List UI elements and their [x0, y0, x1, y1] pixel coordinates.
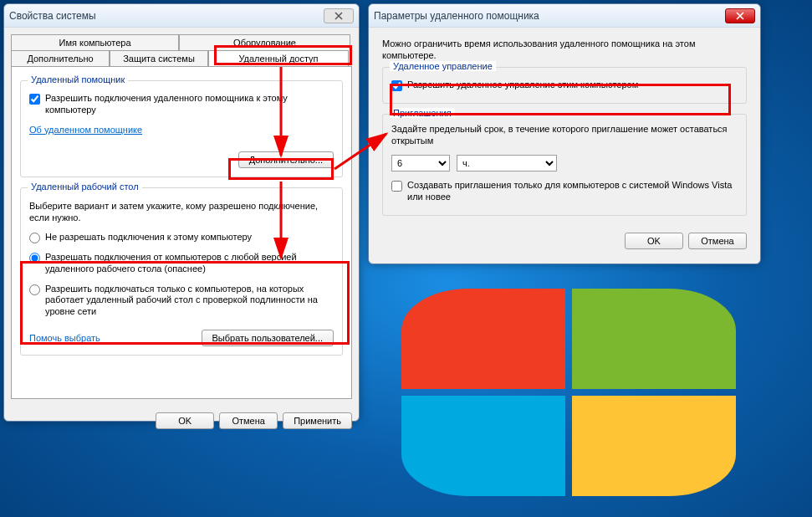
- rdp-nla-radio[interactable]: [29, 284, 40, 295]
- windows-logo: [401, 289, 753, 506]
- group-legend: Приглашения: [390, 108, 455, 118]
- rdp-any-label: Разрешать подключения от компьютеров с л…: [45, 252, 334, 275]
- rdp-instruction: Выберите вариант и затем укажите, кому р…: [29, 200, 334, 224]
- about-assistant-link[interactable]: Об удаленном помощнике: [29, 125, 142, 135]
- group-legend: Удаленное управление: [390, 61, 496, 71]
- allow-assistant-label: Разрешить подключения удаленного помощни…: [45, 93, 334, 116]
- ok-button[interactable]: OK: [625, 233, 683, 249]
- cancel-button[interactable]: Отмена: [688, 233, 747, 249]
- group-remote-control: Удаленное управление Разрешить удаленное…: [382, 67, 747, 104]
- close-icon: [335, 12, 343, 20]
- rdp-deny-radio[interactable]: [29, 233, 40, 243]
- group-remote-desktop: Удаленный рабочий стол Выберите вариант …: [20, 187, 343, 356]
- dialog-buttons: OK Отмена Применить: [4, 406, 359, 436]
- close-icon: [736, 12, 744, 20]
- invite-unit-select[interactable]: ч.: [457, 155, 557, 171]
- vista-only-checkbox[interactable]: [391, 181, 402, 192]
- select-users-button[interactable]: Выбрать пользователей...: [202, 330, 335, 346]
- tabs-row: Имя компьютера Оборудование Дополнительн…: [4, 28, 359, 66]
- allow-control-checkbox[interactable]: [391, 80, 402, 91]
- ok-button[interactable]: OK: [156, 412, 214, 429]
- system-properties-window: Свойства системы Имя компьютера Оборудов…: [3, 3, 360, 422]
- titlebar[interactable]: Параметры удаленного помощника: [369, 4, 760, 28]
- cancel-button[interactable]: Отмена: [219, 412, 278, 429]
- allow-assistant-checkbox[interactable]: [29, 94, 40, 105]
- intro-text: Можно ограничить время использования уда…: [382, 38, 747, 62]
- invite-instruction: Задайте предельный срок, в течение котор…: [391, 123, 738, 147]
- tab-hardware[interactable]: Оборудование: [179, 34, 350, 50]
- window-title: Свойства системы: [9, 10, 324, 22]
- tab-remote[interactable]: Удаленный доступ: [208, 50, 349, 66]
- group-remote-assistant: Удаленный помощник Разрешить подключения…: [20, 80, 343, 177]
- invite-number-select[interactable]: 6: [391, 155, 450, 171]
- group-legend: Удаленный помощник: [28, 74, 128, 84]
- apply-button[interactable]: Применить: [283, 412, 352, 429]
- group-legend: Удаленный рабочий стол: [28, 182, 142, 192]
- remote-assistant-settings-window: Параметры удаленного помощника Можно огр…: [368, 3, 761, 264]
- tab-body: Удаленный помощник Разрешить подключения…: [11, 66, 352, 399]
- titlebar[interactable]: Свойства системы: [4, 4, 359, 28]
- window-title: Параметры удаленного помощника: [374, 10, 725, 22]
- allow-control-label: Разрешить удаленное управление этим комп…: [407, 79, 738, 91]
- dialog-buttons: OK Отмена: [369, 229, 760, 258]
- tab-system-protection[interactable]: Защита системы: [110, 50, 208, 66]
- close-button[interactable]: [725, 8, 755, 23]
- vista-only-label: Создавать приглашения только для компьют…: [407, 180, 738, 203]
- rdp-any-radio[interactable]: [29, 253, 40, 264]
- rdp-nla-label: Разрешить подключаться только с компьюте…: [45, 284, 334, 318]
- help-choose-link[interactable]: Помочь выбрать: [29, 333, 202, 343]
- rdp-deny-label: Не разрешать подключения к этому компьют…: [45, 232, 334, 243]
- advanced-button[interactable]: Дополнительно...: [238, 151, 334, 168]
- close-button[interactable]: [324, 8, 354, 23]
- group-invitations: Приглашения Задайте предельный срок, в т…: [382, 114, 747, 216]
- tab-computer-name[interactable]: Имя компьютера: [11, 34, 179, 50]
- tab-advanced[interactable]: Дополнительно: [11, 50, 110, 66]
